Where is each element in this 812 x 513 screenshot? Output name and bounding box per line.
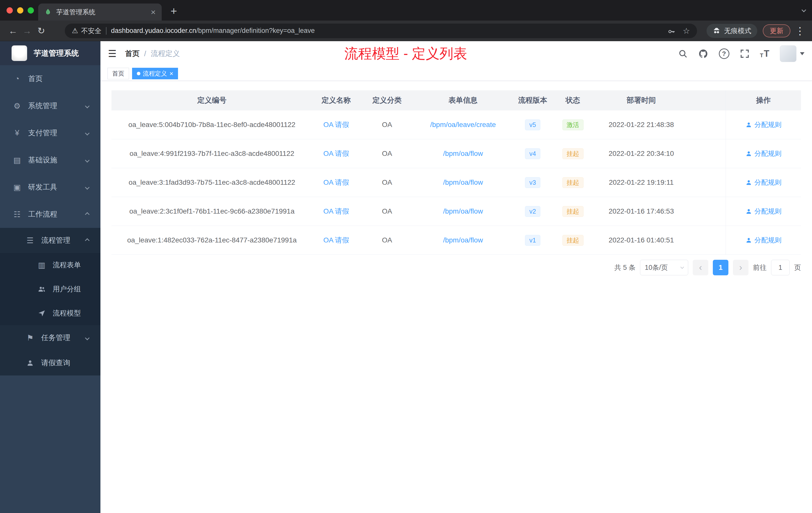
tab-search-chevron-icon[interactable] xyxy=(802,8,806,12)
page-size-select[interactable]: 10条/页 xyxy=(640,260,688,275)
breadcrumb: 首页 / 流程定义 xyxy=(125,49,180,59)
definition-name-link[interactable]: OA 请假 xyxy=(323,120,349,129)
column-header-action: 操作 xyxy=(726,90,801,111)
github-button[interactable] xyxy=(698,49,708,59)
person-icon xyxy=(25,359,35,367)
form-url-link[interactable]: /bpm/oa/flow xyxy=(443,178,483,186)
status-badge: 挂起 xyxy=(562,177,583,188)
window-zoom-button[interactable] xyxy=(28,7,34,13)
assign-rule-link[interactable]: 分配规则 xyxy=(746,178,782,187)
reload-button[interactable]: ↻ xyxy=(34,24,48,38)
yen-icon: ¥ xyxy=(12,128,22,138)
tag-process-definition[interactable]: 流程定义 × xyxy=(132,68,178,79)
page-content: 定义编号 定义名称 定义分类 表单信息 流程版本 状态 部署时间 操作 oa_l… xyxy=(100,81,812,513)
sidebar-item-home[interactable]: ◔ 首页 xyxy=(0,65,100,92)
assign-rule-label: 分配规则 xyxy=(754,236,782,245)
assign-rule-link[interactable]: 分配规则 xyxy=(746,149,782,158)
tag-home[interactable]: 首页 xyxy=(108,68,129,79)
window-minimize-button[interactable] xyxy=(17,7,23,13)
workflow-icon: ☷ xyxy=(12,210,22,219)
sidebar-item-task-management[interactable]: ⚑ 任务管理 xyxy=(0,325,100,350)
sidebar-item-label: 流程表单 xyxy=(53,260,81,270)
cell-category: OA xyxy=(360,139,414,168)
chevron-down-icon xyxy=(85,158,89,162)
logo-avatar xyxy=(11,46,27,61)
chevron-down-icon xyxy=(85,131,89,135)
cell-category: OA xyxy=(360,111,414,139)
assign-rule-link[interactable]: 分配规则 xyxy=(746,207,782,216)
user-menu[interactable] xyxy=(780,46,805,62)
help-button[interactable]: ? xyxy=(719,49,729,59)
app-navbar: ☰ 首页 / 流程定义 流程模型 - 定义列表 ? xyxy=(100,41,812,66)
sidebar-item-user-group[interactable]: 用户分组 xyxy=(0,277,100,301)
browser-tab[interactable]: 芋道管理系统 × xyxy=(38,3,162,21)
window-close-button[interactable] xyxy=(6,7,13,13)
status-badge: 激活 xyxy=(562,119,583,130)
fontsize-button[interactable]: TT xyxy=(760,49,769,58)
breadcrumb-separator: / xyxy=(144,50,146,58)
tab-title: 芋道管理系统 xyxy=(56,8,146,17)
chevron-down-icon xyxy=(85,336,89,340)
breadcrumb-home[interactable]: 首页 xyxy=(125,49,140,59)
tag-close-icon[interactable]: × xyxy=(170,70,173,77)
cell-deploy-time: 2022-01-22 21:48:38 xyxy=(592,111,690,139)
sidebar-item-payment[interactable]: ¥ 支付管理 xyxy=(0,119,100,147)
sidebar-item-label: 流程模型 xyxy=(53,308,81,318)
address-bar[interactable]: ⚠ 不安全 dashboard.yudao.iocoder.cn /bpm/ma… xyxy=(65,24,697,38)
sidebar-item-infrastructure[interactable]: ▤ 基础设施 xyxy=(0,147,100,174)
sidebar-item-process-form[interactable]: ▥ 流程表单 xyxy=(0,253,100,277)
sidebar-item-process-management[interactable]: ☰ 流程管理 xyxy=(0,228,100,253)
version-tag: v4 xyxy=(525,148,540,159)
definition-name-link[interactable]: OA 请假 xyxy=(323,178,349,187)
tab-close-icon[interactable]: × xyxy=(151,8,156,16)
forward-button[interactable]: → xyxy=(20,24,34,38)
form-url-link[interactable]: /bpm/oa/flow xyxy=(443,207,483,215)
form-url-link[interactable]: /bpm/oa/flow xyxy=(443,236,483,244)
form-url-link[interactable]: /bpm/oa/flow xyxy=(443,150,483,158)
back-button[interactable]: ← xyxy=(6,24,20,38)
cell-definition-id: oa_leave:2:3c1f0ef1-76b1-11ec-9c66-a2380… xyxy=(112,197,312,225)
app-logo[interactable]: 芋道管理系统 xyxy=(0,41,100,65)
sidebar-item-process-model[interactable]: 流程模型 xyxy=(0,301,100,325)
status-badge: 挂起 xyxy=(562,206,583,217)
browser-menu-button[interactable]: ⋮ xyxy=(795,25,805,37)
form-url-link[interactable]: /bpm/oa/leave/create xyxy=(430,121,496,129)
definition-name-link[interactable]: OA 请假 xyxy=(323,207,349,216)
search-button[interactable] xyxy=(678,49,688,58)
chevron-up-icon xyxy=(85,238,89,243)
definition-name-link[interactable]: OA 请假 xyxy=(323,235,349,245)
update-button[interactable]: 更新 xyxy=(763,24,790,37)
new-tab-button[interactable]: + xyxy=(166,3,181,19)
prev-page-button[interactable]: ‹ xyxy=(693,260,708,275)
sidebar-collapse-button[interactable]: ☰ xyxy=(108,48,116,59)
fullscreen-button[interactable] xyxy=(740,49,750,58)
github-icon xyxy=(698,49,708,59)
url-domain: dashboard.yudao.iocoder.cn xyxy=(111,27,196,35)
sidebar-item-label: 请假查询 xyxy=(41,358,70,368)
form-icon: ▥ xyxy=(37,261,47,270)
column-header-version: 流程版本 xyxy=(512,90,553,111)
incognito-label: 无痕模式 xyxy=(724,26,751,35)
next-page-button[interactable]: › xyxy=(733,260,749,275)
sidebar-item-leave-query[interactable]: 请假查询 xyxy=(0,350,100,375)
bookmark-star-icon[interactable]: ☆ xyxy=(683,26,690,36)
flag-icon: ⚑ xyxy=(25,333,35,342)
sidebar-item-workflow[interactable]: ☷ 工作流程 xyxy=(0,201,100,228)
column-header-form: 表单信息 xyxy=(414,90,512,111)
goto-page-input[interactable] xyxy=(771,260,790,275)
search-icon xyxy=(678,49,688,58)
chevron-up-icon xyxy=(85,212,89,217)
assign-rule-link[interactable]: 分配规则 xyxy=(746,236,782,245)
sidebar-item-system[interactable]: ⚙ 系统管理 xyxy=(0,92,100,119)
password-key-icon[interactable] xyxy=(668,27,676,35)
definition-name-link[interactable]: OA 请假 xyxy=(323,149,349,158)
sidebar-item-devtools[interactable]: ▣ 研发工具 xyxy=(0,174,100,201)
column-header-id: 定义编号 xyxy=(112,90,312,111)
cell-deploy-time: 2022-01-22 20:34:10 xyxy=(592,139,690,168)
cell-spacer xyxy=(690,226,726,254)
chevron-down-icon xyxy=(680,265,684,269)
assign-rule-link[interactable]: 分配规则 xyxy=(746,120,782,129)
page-number-button[interactable]: 1 xyxy=(713,260,728,275)
sidebar-item-label: 任务管理 xyxy=(41,333,70,343)
security-warning-icon: ⚠ xyxy=(72,27,78,35)
